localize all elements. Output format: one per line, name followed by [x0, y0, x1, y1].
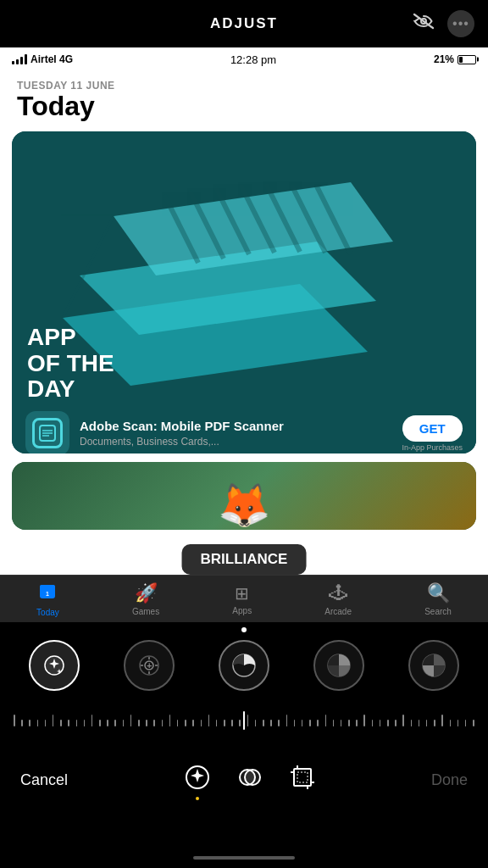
tab-apps-icon: ⊞ [235, 583, 249, 604]
home-indicator [193, 856, 295, 860]
brilliance-tooltip: BRILLIANCE [182, 544, 307, 575]
svg-text:1: 1 [46, 591, 49, 597]
top-bar: ADJUST ••• [0, 0, 488, 47]
tab-search-icon: 🔍 [427, 582, 450, 604]
slider-track[interactable] [14, 719, 474, 722]
more-icon[interactable]: ••• [447, 10, 474, 37]
tab-arcade-label: Arcade [324, 607, 352, 616]
tab-today-icon: 1 [38, 581, 57, 605]
battery-percent: 21% [434, 53, 454, 65]
bottom-actions: Cancel D [0, 743, 488, 817]
slider-area[interactable] [0, 698, 488, 743]
page-title: ADJUST [210, 15, 278, 32]
tab-games-label: Games [132, 607, 159, 616]
app-desc: Documents, Business Cards,... [80, 436, 391, 448]
svg-point-33 [245, 770, 260, 785]
hide-icon[interactable] [412, 12, 435, 36]
svg-text:+: + [147, 660, 152, 670]
enhance-dot [196, 797, 199, 800]
svg-rect-39 [297, 772, 308, 782]
signal-bars [12, 54, 27, 64]
signal-area: Airtel 4G [12, 53, 73, 65]
tab-bar: 1 Today 🚀 Games ⊞ Apps 🕹 Arcade 🔍 Search [0, 575, 488, 622]
tab-apps-label: Apps [232, 606, 252, 615]
tab-search[interactable]: 🔍 Search [424, 582, 452, 616]
tab-apps[interactable]: ⊞ Apps [232, 583, 252, 615]
enhance-icon[interactable] [184, 764, 211, 797]
aotd-text-overlay: APP OF THE DAY [12, 311, 476, 403]
aotd-card[interactable]: APP OF THE DAY Adobe Scan: Mobile PDF Sc… [12, 131, 476, 453]
tool-brilliance[interactable] [219, 640, 269, 691]
app-of-day-line3: DAY [27, 376, 461, 403]
carrier-label: Airtel 4G [30, 53, 73, 65]
battery-icon [458, 55, 476, 64]
done-button[interactable]: Done [431, 771, 468, 789]
battery-area: 21% [434, 53, 476, 65]
in-app-label: In-App Purchases [402, 443, 463, 452]
app-of-day-line1: APP [27, 325, 461, 351]
tab-today-label: Today [36, 608, 59, 617]
app-name: Adobe Scan: Mobile PDF Scanner [80, 419, 391, 434]
get-button[interactable]: GET [402, 415, 463, 442]
tab-games[interactable]: 🚀 Games [132, 582, 159, 616]
svg-rect-34 [294, 769, 311, 786]
battery-fill [459, 57, 463, 63]
date-label: TUESDAY 11 JUNE [17, 80, 471, 92]
tools-row: + [0, 632, 488, 698]
tool-auto[interactable] [29, 640, 80, 691]
aotd-graphic: APP OF THE DAY [12, 131, 476, 403]
app-icon-inner [32, 418, 63, 448]
slider-needle [243, 711, 245, 730]
time-display: 12:28 pm [230, 53, 276, 66]
app-icon[interactable] [25, 411, 69, 453]
second-card-peek[interactable]: 🦊 [12, 462, 476, 530]
status-bar: Airtel 4G 12:28 pm 21% [0, 47, 488, 71]
tool-exposure[interactable]: + [124, 640, 175, 691]
filters-icon[interactable] [236, 764, 263, 797]
today-title: Today [17, 92, 471, 121]
peek-animal-emoji: 🦊 [218, 481, 270, 530]
app-details: Adobe Scan: Mobile PDF Scanner Documents… [80, 419, 391, 448]
crop-icon[interactable] [289, 764, 316, 797]
tab-arcade-icon: 🕹 [329, 582, 347, 604]
tab-arcade[interactable]: 🕹 Arcade [324, 582, 352, 616]
bottom-center-tools [184, 764, 316, 797]
app-info-bar: Adobe Scan: Mobile PDF Scanner Documents… [12, 403, 476, 453]
tab-today[interactable]: 1 Today [36, 581, 59, 617]
app-store-area: TUESDAY 11 JUNE Today 🦅 [0, 71, 488, 622]
cancel-button[interactable]: Cancel [20, 771, 68, 789]
app-of-day-line2: OF THE [27, 351, 461, 377]
tab-search-label: Search [424, 607, 452, 616]
peek-image: 🦊 [12, 462, 476, 530]
svg-rect-18 [40, 585, 55, 589]
tab-games-icon: 🚀 [135, 582, 158, 604]
tool-highlights[interactable] [313, 640, 364, 691]
store-header: TUESDAY 11 JUNE Today [0, 71, 488, 126]
tool-shadows[interactable] [408, 640, 459, 691]
